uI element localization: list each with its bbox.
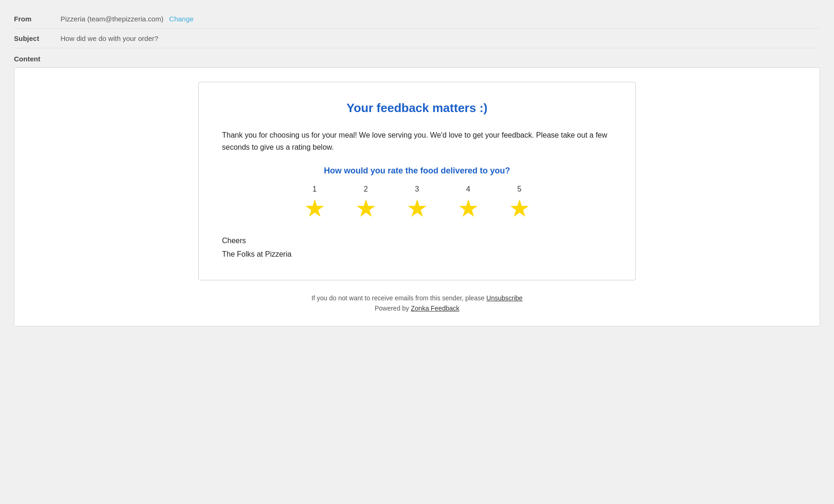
subject-label: Subject	[14, 34, 61, 42]
subject-row: Subject How did we do with your order?	[14, 29, 820, 48]
star-numbers: 1 2 3 4 5	[289, 185, 545, 193]
unsubscribe-text: If you do not want to receive emails fro…	[33, 294, 801, 302]
subject-value: How did we do with your order?	[61, 34, 158, 42]
unsubscribe-section: If you do not want to receive emails fro…	[33, 294, 801, 312]
from-value: Pizzeria (team@thepizzeria.com) Change	[61, 15, 194, 23]
email-sign-off: Cheers The Folks at Pizzeria	[222, 234, 612, 261]
stars-section: 1 2 3 4 5 ★ ★ ★ ★ ★	[222, 185, 612, 220]
powered-by-text: Powered by Zonka Feedback	[33, 305, 801, 312]
unsubscribe-link[interactable]: Unsubscribe	[486, 294, 523, 302]
email-title: Your feedback matters :)	[222, 101, 612, 115]
star-4[interactable]: ★	[443, 196, 494, 220]
star-2[interactable]: ★	[340, 196, 391, 220]
star-1[interactable]: ★	[289, 196, 340, 220]
from-row: From Pizzeria (team@thepizzeria.com) Cha…	[14, 9, 820, 29]
star-icons: ★ ★ ★ ★ ★	[289, 196, 545, 220]
content-label: Content	[14, 48, 820, 67]
star-5[interactable]: ★	[494, 196, 545, 220]
rating-question: How would you rate the food delivered to…	[222, 166, 612, 176]
star-number-4: 4	[443, 185, 494, 193]
star-number-3: 3	[391, 185, 443, 193]
content-outer-box: Your feedback matters :) Thank you for c…	[14, 67, 820, 326]
email-card: Your feedback matters :) Thank you for c…	[198, 82, 636, 280]
from-label: From	[14, 15, 61, 23]
star-3[interactable]: ★	[391, 196, 443, 220]
page-wrapper: From Pizzeria (team@thepizzeria.com) Cha…	[0, 0, 834, 504]
star-number-2: 2	[340, 185, 391, 193]
sign-off-line1: Cheers	[222, 234, 612, 248]
from-email: Pizzeria (team@thepizzeria.com)	[61, 15, 163, 23]
star-number-1: 1	[289, 185, 340, 193]
powered-by-link[interactable]: Zonka Feedback	[411, 305, 459, 312]
email-body-text: Thank you for choosing us for your meal!…	[222, 129, 612, 153]
change-link[interactable]: Change	[169, 15, 194, 23]
sign-off-line2: The Folks at Pizzeria	[222, 248, 612, 261]
star-number-5: 5	[494, 185, 545, 193]
